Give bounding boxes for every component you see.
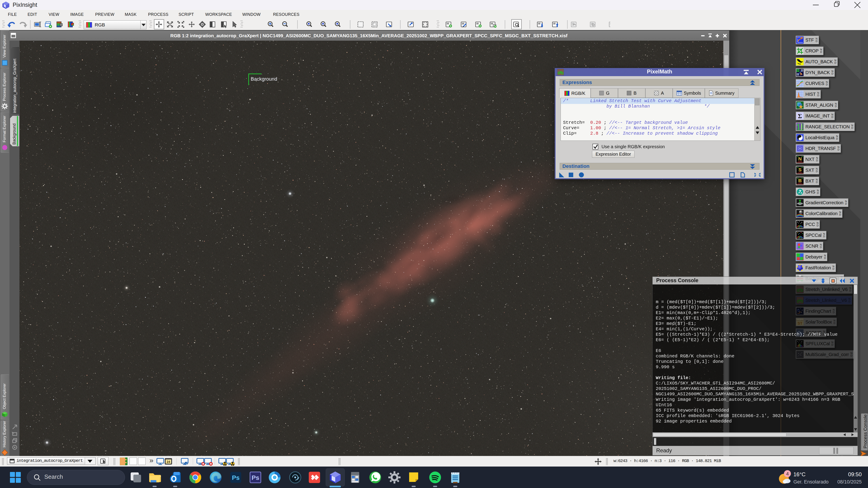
svg-text:24: 24 [166,460,170,464]
svg-text:Background: Background [251,76,277,82]
svg-text:Σ: Σ [798,112,802,120]
svg-text:XTERMINATOR: XTERMINATOR [796,173,804,174]
svg-text:Ps: Ps [232,474,240,481]
svg-text:XTERMINATOR: XTERMINATOR [796,184,804,185]
svg-text:Ps: Ps [252,474,259,481]
svg-text:XTERMINATOR: XTERMINATOR [796,162,804,163]
